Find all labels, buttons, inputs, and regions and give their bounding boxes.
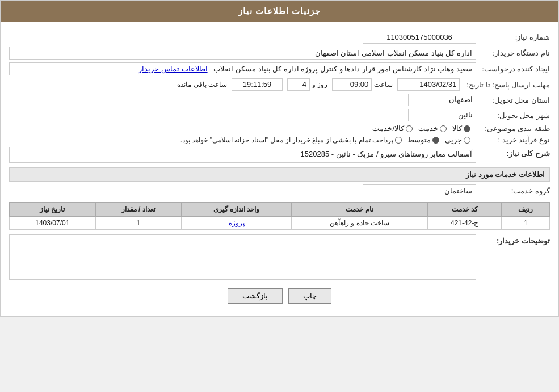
sharh-niaz-row: شرح کلی نیاز: آسفالت معابر روستاهای سیرو…	[9, 147, 550, 163]
mohlat-roz-label: روز و	[312, 81, 327, 88]
radio-kala: کالا	[452, 124, 470, 133]
mohlat-date: 1403/02/31	[397, 78, 460, 91]
shomare-niaz-row: شماره نیاز: 1103005175000036	[9, 31, 550, 44]
mohlat-remain-label: ساعت باقی مانده	[177, 81, 227, 88]
radio-jozei: جزیی	[445, 136, 470, 144]
cell-nam: ساخت جاده و راهآهن	[292, 217, 428, 230]
radio-motevaset: متوسط	[407, 136, 439, 144]
tosifat-row: توضیحات خریدار:	[9, 234, 550, 281]
goroh-khadamat-value: ساختمان	[363, 184, 476, 197]
tosifat-label: توضیحات خریدار:	[476, 234, 550, 245]
radio-jozei-label: جزیی	[445, 136, 462, 144]
shahr-value: نائین	[408, 109, 476, 121]
nam-dastgah-value: اداره کل بنیاد مسکن انقلاب اسلامی استان …	[9, 47, 476, 60]
sharh-niaz-value: آسفالت معابر روستاهای سیرو / مزبک - نائی…	[9, 147, 476, 163]
cell-tedad: 1	[95, 217, 181, 230]
sharh-niaz-label: شرح کلی نیاز:	[476, 147, 550, 158]
nov-farayand-label: نوع فرآیند خرید :	[476, 136, 550, 144]
tosifat-box	[9, 234, 476, 281]
tabaqebandi-label: طبقه بندی موضوعی:	[476, 124, 550, 133]
radio-khadamat: خدمت	[418, 124, 447, 133]
col-tarikh: تاریخ نیاز	[10, 203, 96, 217]
page-header: جزئیات اطلاعات نیاز	[1, 1, 558, 22]
cell-vahed: پروژه	[182, 217, 292, 230]
shomare-niaz-label: شماره نیاز:	[476, 33, 550, 41]
tamas-kharbar-link[interactable]: اطلاعات تماس خریدار	[138, 65, 207, 73]
ostan-value: اصفهان	[408, 94, 476, 106]
bazgasht-button[interactable]: بازگشت	[228, 288, 283, 304]
nam-dastgah-label: نام دستگاه خریدار:	[476, 49, 550, 57]
khadamat-section-title: اطلاعات خدمات مورد نیاز	[9, 167, 550, 182]
radio-jozei-circle	[464, 137, 470, 144]
goroh-khadamat-row: گروه خدمت: ساختمان	[9, 184, 550, 197]
radio-khadamat-label: خدمت	[418, 124, 438, 133]
col-nam: نام خدمت	[292, 203, 428, 217]
button-row: چاپ بازگشت	[9, 288, 550, 304]
mohlat-label: مهلت ارسال پاسخ: تا تاریخ:	[462, 81, 550, 89]
goroh-khadamat-label: گروه خدمت:	[476, 187, 550, 195]
ijad-konande-text: سعید وهاب نژاد کارشناس امور قرار دادها و…	[213, 65, 472, 73]
col-tedad: تعداد / مقدار	[95, 203, 181, 217]
col-kod: کد خدمت	[427, 203, 502, 217]
header-title: جزئیات اطلاعات نیاز	[238, 6, 321, 16]
col-vahed: واحد اندازه گیری	[182, 203, 292, 217]
ostan-label: استان محل تحویل:	[476, 96, 550, 104]
mohlat-remain: 19:11:59	[232, 78, 283, 91]
cell-kod: ج-42-421	[427, 217, 502, 230]
mohlat-roz: 4	[287, 78, 310, 91]
cell-tarikh: 1403/07/01	[10, 217, 96, 230]
ostan-row: استان محل تحویل: اصفهان	[9, 94, 550, 106]
main-content: شماره نیاز: 1103005175000036 نام دستگاه …	[1, 22, 558, 316]
tosifat-textarea[interactable]	[9, 234, 476, 280]
radio-pardakht-label: پرداخت تمام یا بخشی از مبلغ خریدار از مح…	[180, 136, 393, 144]
chap-button[interactable]: چاپ	[288, 288, 331, 304]
mohlat-row: مهلت ارسال پاسخ: تا تاریخ: 1403/02/31 سا…	[9, 78, 550, 91]
radio-kala-circle	[464, 125, 470, 132]
cell-radif: 1	[502, 217, 550, 230]
table-row: 1 ج-42-421 ساخت جاده و راهآهن پروژه 1 14…	[10, 217, 550, 230]
shahr-row: شهر محل تحویل: نائین	[9, 109, 550, 121]
nov-farayand-row: نوع فرآیند خرید : جزیی متوسط پرداخت تمام…	[9, 136, 550, 144]
ijad-konande-label: ایجاد کننده درخواست:	[476, 65, 550, 73]
nam-dastgah-row: نام دستگاه خریدار: اداره کل بنیاد مسکن ا…	[9, 47, 550, 60]
radio-khadamat-circle	[440, 125, 447, 132]
page-wrapper: جزئیات اطلاعات نیاز شماره نیاز: 11030051…	[0, 0, 559, 317]
radio-pardakht-circle	[395, 137, 402, 144]
radio-kala-khadamat-circle	[406, 125, 413, 132]
col-radif: ردیف	[502, 203, 550, 217]
ijad-konande-row: ایجاد کننده درخواست: سعید وهاب نژاد کارش…	[9, 62, 550, 75]
mohlat-time-label: ساعت	[374, 81, 393, 88]
radio-kala-khadamat: کالا/خدمت	[372, 124, 413, 133]
shahr-label: شهر محل تحویل:	[476, 111, 550, 120]
radio-motevaset-label: متوسط	[407, 136, 431, 144]
tabaqebandi-row: طبقه بندی موضوعی: کالا خدمت کالا/خدمت	[9, 124, 550, 133]
ijad-konande-value: سعید وهاب نژاد کارشناس امور قرار دادها و…	[9, 62, 476, 75]
radio-kala-label: کالا	[452, 124, 462, 133]
services-table: ردیف کد خدمت نام خدمت واحد اندازه گیری ت…	[9, 202, 550, 230]
radio-kala-khadamat-label: کالا/خدمت	[372, 124, 404, 133]
mohlat-time: 09:00	[332, 78, 372, 91]
shomare-niaz-value: 1103005175000036	[363, 31, 476, 44]
radio-motevaset-circle	[432, 137, 439, 144]
table-header-row: ردیف کد خدمت نام خدمت واحد اندازه گیری ت…	[10, 203, 550, 217]
radio-pardakht: پرداخت تمام یا بخشی از مبلغ خریدار از مح…	[9, 136, 402, 144]
